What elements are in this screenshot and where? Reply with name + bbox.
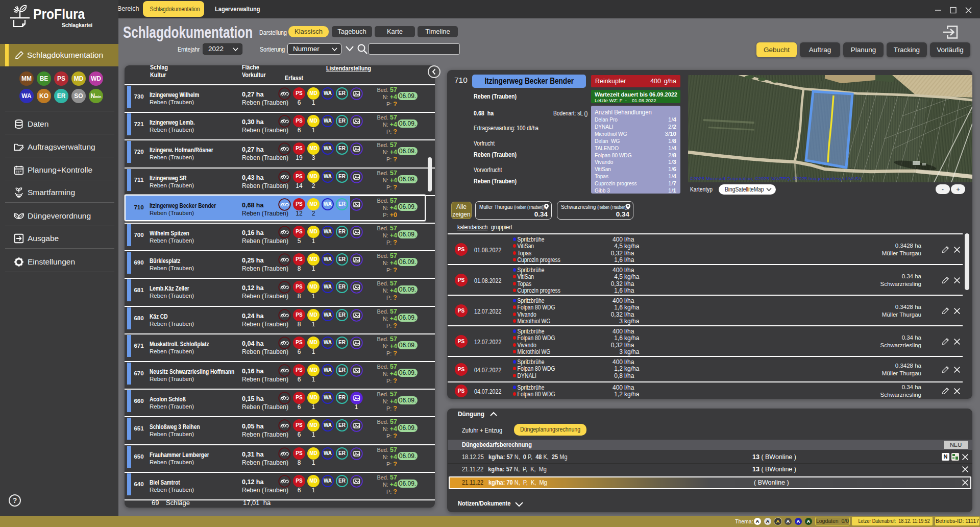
svg-text:©2025 Microsoft Corporation, ©: ©2025 Microsoft Corporation, ©2025 NAVTE… xyxy=(690,176,862,181)
